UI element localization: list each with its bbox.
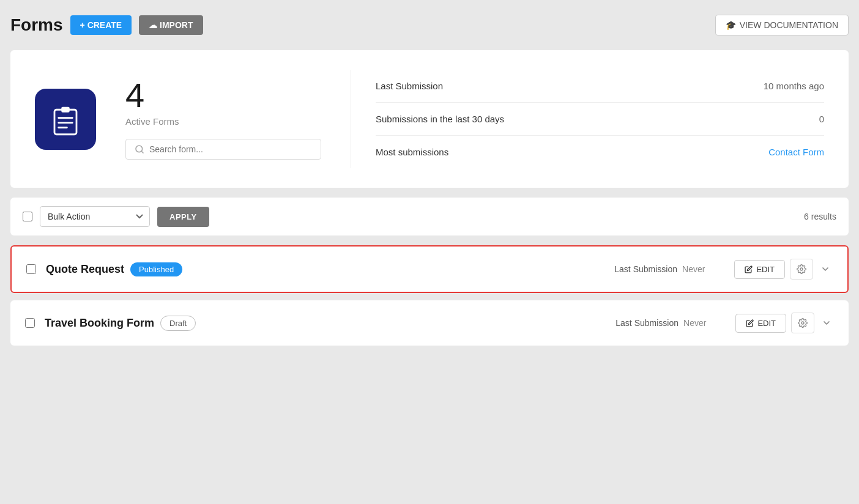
toolbar-left: Bulk Action APPLY	[23, 206, 209, 227]
gear-icon	[798, 318, 808, 328]
stats-center: 4 Active Forms	[125, 78, 321, 160]
clipboard-svg	[49, 103, 82, 136]
last-submission-label: Last Submission	[614, 264, 677, 274]
search-box[interactable]	[125, 139, 321, 160]
most-submissions-label: Most submissions	[376, 147, 448, 157]
toolbar: Bulk Action APPLY 6 results	[10, 198, 849, 235]
search-input[interactable]	[149, 144, 312, 154]
forms-icon	[35, 89, 96, 150]
form-name: Travel Booking Form	[45, 317, 154, 330]
most-submissions-value[interactable]: Contact Form	[768, 147, 824, 157]
last-submission-value: Never	[682, 264, 705, 274]
form-meta: Last Submission Never	[615, 318, 706, 328]
chevron-down-icon	[822, 318, 831, 328]
most-submissions-row: Most submissions Contact Form	[376, 136, 824, 168]
bulk-action-select[interactable]: Bulk Action	[40, 206, 150, 227]
form-actions: EDIT	[735, 313, 834, 333]
status-badge: Published	[130, 262, 182, 276]
page-header: Forms + CREATE ☁ IMPORT 🎓 VIEW DOCUMENTA…	[10, 10, 849, 40]
stats-right: Last Submission 10 months ago Submission…	[351, 70, 824, 168]
last-submission-label: Last Submission	[376, 81, 443, 91]
form-name-section: Travel Booking Form Draft	[45, 316, 196, 331]
pencil-icon	[745, 265, 753, 273]
form-item: Quote Request Published Last Submission …	[10, 245, 849, 293]
page-title: Forms	[10, 15, 63, 35]
form-item: Travel Booking Form Draft Last Submissio…	[10, 300, 849, 346]
status-badge: Draft	[160, 316, 196, 331]
chevron-down-icon	[820, 264, 830, 274]
gear-icon	[797, 264, 806, 274]
active-forms-count: 4	[125, 78, 321, 113]
submissions-30-value: 0	[819, 114, 824, 124]
results-count: 6 results	[804, 212, 836, 221]
settings-button[interactable]	[791, 313, 814, 333]
form-checkbox[interactable]	[26, 264, 36, 274]
svg-point-7	[800, 268, 803, 270]
form-name: Quote Request	[46, 263, 124, 276]
view-docs-button[interactable]: 🎓 VIEW DOCUMENTATION	[715, 15, 849, 35]
apply-button[interactable]: APPLY	[157, 207, 209, 227]
form-actions: EDIT	[734, 259, 833, 280]
edit-button[interactable]: EDIT	[735, 314, 786, 333]
form-list: Quote Request Published Last Submission …	[10, 245, 849, 346]
stats-card: 4 Active Forms Last Submission 10 months…	[10, 50, 849, 188]
form-meta: Last Submission Never	[614, 264, 705, 274]
submissions-30-row: Submissions in the last 30 days 0	[376, 103, 824, 136]
import-button[interactable]: ☁ IMPORT	[139, 15, 203, 35]
active-forms-label: Active Forms	[125, 116, 321, 127]
mortarboard-icon: 🎓	[726, 20, 736, 30]
last-submission-value: Never	[683, 318, 706, 328]
last-submission-label: Last Submission	[615, 318, 679, 328]
form-checkbox[interactable]	[25, 318, 35, 328]
settings-button[interactable]	[790, 259, 813, 280]
expand-button[interactable]	[819, 316, 834, 330]
create-button[interactable]: + CREATE	[70, 15, 132, 35]
select-all-checkbox[interactable]	[23, 212, 32, 221]
search-icon	[135, 144, 144, 154]
last-submission-value: 10 months ago	[764, 81, 824, 91]
svg-rect-1	[61, 106, 70, 112]
svg-line-6	[141, 151, 143, 153]
edit-button[interactable]: EDIT	[734, 260, 785, 279]
submissions-30-label: Submissions in the last 30 days	[376, 114, 504, 124]
svg-point-8	[801, 322, 804, 324]
expand-button[interactable]	[818, 262, 833, 276]
pencil-icon	[746, 319, 754, 327]
header-left: Forms + CREATE ☁ IMPORT	[10, 15, 203, 35]
last-submission-row: Last Submission 10 months ago	[376, 70, 824, 103]
form-name-section: Quote Request Published	[46, 262, 182, 276]
